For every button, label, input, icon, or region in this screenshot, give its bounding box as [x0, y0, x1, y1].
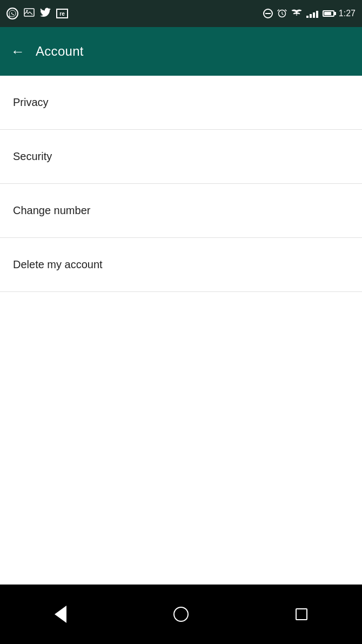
signal-icon: [306, 9, 318, 18]
wifi-icon: [291, 9, 302, 19]
nav-recent-button[interactable]: [285, 598, 318, 630]
battery-icon: [323, 10, 334, 17]
back-nav-icon: [55, 606, 66, 623]
svg-point-1: [26, 10, 28, 12]
image-notification-icon: [24, 8, 35, 19]
app-header: ← Account: [0, 27, 362, 76]
nav-back-button[interactable]: [44, 598, 77, 630]
privacy-label: Privacy: [13, 96, 49, 109]
nav-home-button[interactable]: [165, 598, 197, 630]
page-title: Account: [36, 44, 84, 59]
alarm-icon: [277, 8, 287, 19]
whatsapp-notification-icon: [6, 8, 18, 19]
do-not-disturb-icon: [263, 9, 273, 18]
status-bar-left: re: [6, 8, 68, 19]
status-time: 1:27: [339, 9, 356, 18]
recent-nav-icon: [296, 608, 307, 620]
change-number-menu-item[interactable]: Change number: [0, 184, 362, 238]
security-menu-item[interactable]: Security: [0, 130, 362, 184]
back-button[interactable]: ←: [11, 44, 25, 58]
privacy-menu-item[interactable]: Privacy: [0, 76, 362, 130]
status-bar: re: [0, 0, 362, 27]
change-number-label: Change number: [13, 204, 90, 217]
navigation-bar: [0, 585, 362, 644]
delete-account-menu-item[interactable]: Delete my account: [0, 238, 362, 292]
twitter-notification-icon: [40, 8, 51, 19]
menu-list: Privacy Security Change number Delete my…: [0, 76, 362, 585]
delete-account-label: Delete my account: [13, 258, 103, 271]
status-bar-right: 1:27: [263, 8, 356, 19]
re-notification-icon: re: [56, 9, 68, 18]
home-nav-icon: [173, 607, 189, 622]
security-label: Security: [13, 150, 52, 163]
